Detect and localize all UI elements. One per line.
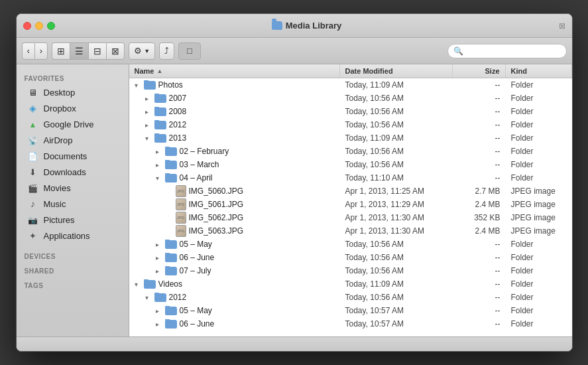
music-icon — [27, 198, 39, 210]
sidebar-item-movies[interactable]: Movies — [19, 180, 126, 196]
table-row[interactable]: ▸ 2007 Today, 10:56 AM -- Folder — [129, 92, 572, 105]
file-row-name: ▸ 05 – May — [129, 306, 340, 315]
sidebar-item-dropbox[interactable]: Dropbox — [19, 100, 126, 116]
applications-icon — [27, 230, 39, 242]
close-button[interactable] — [23, 22, 31, 30]
file-row-date: Today, 10:56 AM — [340, 253, 453, 262]
expand-triangle[interactable]: ▸ — [156, 307, 164, 314]
back-button[interactable]: ‹ — [22, 42, 34, 60]
sidebar-item-music[interactable]: Music — [19, 196, 126, 212]
file-row-kind: JPEG image — [506, 213, 572, 222]
file-list: Name ▲ Date Modified Size Kind ▾ Ph — [129, 64, 572, 336]
view-list-button[interactable]: ☰ — [70, 42, 88, 60]
col-header-date[interactable]: Date Modified — [340, 64, 453, 78]
sidebar-item-pictures[interactable]: Pictures — [19, 212, 126, 228]
view-icon-button[interactable]: ⊞ — [52, 42, 70, 60]
table-row[interactable]: ▸ 05 – May Today, 10:57 AM -- Folder — [129, 304, 572, 317]
col-header-name[interactable]: Name ▲ — [129, 64, 340, 78]
file-name: 02 – February — [180, 147, 229, 156]
file-row-date: Apr 1, 2013, 11:30 AM — [340, 213, 453, 222]
expand-triangle[interactable]: ▾ — [135, 281, 143, 287]
action-button[interactable]: ⚙ ▼ — [129, 42, 155, 60]
sidebar-item-airdrop[interactable]: AirDrop — [19, 132, 126, 148]
table-row[interactable]: JPG IMG_5063.JPG Apr 1, 2013, 11:30 AM 2… — [129, 224, 572, 238]
documents-icon — [27, 150, 39, 162]
table-row[interactable]: ▾ Videos Today, 11:09 AM -- Folder — [129, 277, 572, 291]
expand-triangle[interactable]: ▸ — [156, 267, 164, 274]
file-row-kind: JPEG image — [506, 186, 572, 196]
search-input[interactable] — [466, 46, 561, 56]
file-row-size: -- — [453, 173, 506, 183]
sidebar-item-googledrive[interactable]: Google Drive — [19, 116, 126, 132]
file-row-date: Today, 11:10 AM — [340, 173, 453, 183]
forward-button[interactable]: › — [34, 42, 48, 60]
col-header-size[interactable]: Size — [453, 64, 506, 78]
table-row[interactable]: ▸ 06 – June Today, 10:56 AM -- Folder — [129, 251, 572, 264]
file-name: 2008 — [169, 107, 187, 116]
expand-triangle[interactable]: ▾ — [145, 135, 153, 141]
file-name: 2012 — [169, 293, 187, 302]
file-row-size: -- — [453, 147, 506, 156]
sidebar-item-label: AirDrop — [44, 135, 73, 145]
sidebar-item-desktop[interactable]: Desktop — [19, 84, 126, 100]
col-header-kind[interactable]: Kind — [506, 64, 572, 78]
devices-label: DEVICES — [17, 248, 129, 262]
view-column-button[interactable]: ⊟ — [88, 42, 106, 60]
table-row[interactable]: ▸ 2012 Today, 10:56 AM -- Folder — [129, 118, 572, 131]
share-button[interactable]: ⤴ — [159, 42, 174, 60]
expand-triangle[interactable]: ▸ — [156, 148, 164, 155]
expand-triangle[interactable]: ▸ — [156, 161, 164, 168]
table-row[interactable]: ▾ Photos Today, 11:09 AM -- Folder — [129, 78, 572, 92]
file-name: 06 – June — [180, 253, 215, 262]
table-row[interactable]: ▾ 04 – April Today, 11:10 AM -- Folder — [129, 171, 572, 184]
expand-triangle[interactable]: ▸ — [156, 321, 164, 327]
sidebar-item-documents[interactable]: Documents — [19, 148, 126, 164]
table-row[interactable]: ▸ 03 – March Today, 10:56 AM -- Folder — [129, 158, 572, 171]
file-row-date: Today, 11:09 AM — [340, 80, 453, 90]
table-row[interactable]: ▸ 02 – February Today, 10:56 AM -- Folde… — [129, 145, 572, 158]
table-row[interactable]: JPG IMG_5061.JPG Apr 1, 2013, 11:29 AM 2… — [129, 198, 572, 211]
file-row-name: ▾ Videos — [129, 279, 340, 289]
file-row-date: Today, 10:56 AM — [340, 293, 453, 302]
expand-triangle[interactable]: ▸ — [156, 241, 164, 248]
col-kind-label: Kind — [511, 67, 527, 75]
view-cover-button[interactable]: ⊠ — [106, 42, 125, 60]
sidebar-item-downloads[interactable]: Downloads — [19, 164, 126, 180]
file-row-date: Today, 10:57 AM — [340, 306, 453, 315]
expand-triangle[interactable]: ▸ — [145, 108, 153, 115]
maximize-button[interactable] — [47, 22, 55, 30]
table-row[interactable]: ▸ 05 – May Today, 10:56 AM -- Folder — [129, 238, 572, 251]
expand-triangle[interactable]: ▾ — [156, 175, 164, 181]
expand-triangle[interactable]: ▾ — [135, 82, 143, 88]
expand-triangle[interactable]: ▾ — [145, 294, 153, 301]
resize-icon[interactable]: ⊠ — [559, 21, 565, 31]
minimize-button[interactable] — [35, 22, 43, 30]
titlebar: Media Library ⊠ — [17, 14, 572, 38]
expand-triangle — [166, 201, 174, 208]
file-name: Photos — [158, 80, 183, 90]
window-title: Media Library — [55, 21, 559, 31]
file-row-kind: Folder — [506, 306, 572, 315]
expand-triangle[interactable]: ▸ — [145, 95, 153, 102]
table-row[interactable]: ▸ 2008 Today, 10:56 AM -- Folder — [129, 105, 572, 118]
sidebar-item-applications[interactable]: Applications — [19, 228, 126, 244]
file-name: 03 – March — [180, 160, 219, 169]
table-row[interactable]: ▸ 07 – July Today, 10:56 AM -- Folder — [129, 264, 572, 277]
folder-icon — [154, 121, 166, 129]
file-row-size: -- — [453, 107, 506, 116]
expand-triangle[interactable]: ▸ — [156, 254, 164, 261]
sidebar-item-label: Downloads — [44, 167, 86, 177]
table-row[interactable]: ▸ 06 – June Today, 10:57 AM -- Folder — [129, 317, 572, 330]
file-row-name: ▸ 03 – March — [129, 160, 340, 169]
sidebar-item-label: Movies — [44, 183, 71, 193]
search-box[interactable]: 🔍 — [447, 44, 567, 58]
table-row[interactable]: ▾ 2012 Today, 10:56 AM -- Folder — [129, 291, 572, 304]
table-row[interactable]: JPG IMG_5062.JPG Apr 1, 2013, 11:30 AM 3… — [129, 211, 572, 224]
file-row-size: -- — [453, 120, 506, 129]
expand-triangle[interactable]: ▸ — [145, 121, 153, 128]
quick-look-button[interactable]: □ — [178, 42, 201, 60]
file-row-size: -- — [453, 306, 506, 315]
table-row[interactable]: ▾ 2013 Today, 11:09 AM -- Folder — [129, 131, 572, 145]
table-row[interactable]: JPG IMG_5060.JPG Apr 1, 2013, 11:25 AM 2… — [129, 184, 572, 198]
file-row-name: JPG IMG_5062.JPG — [129, 212, 340, 224]
